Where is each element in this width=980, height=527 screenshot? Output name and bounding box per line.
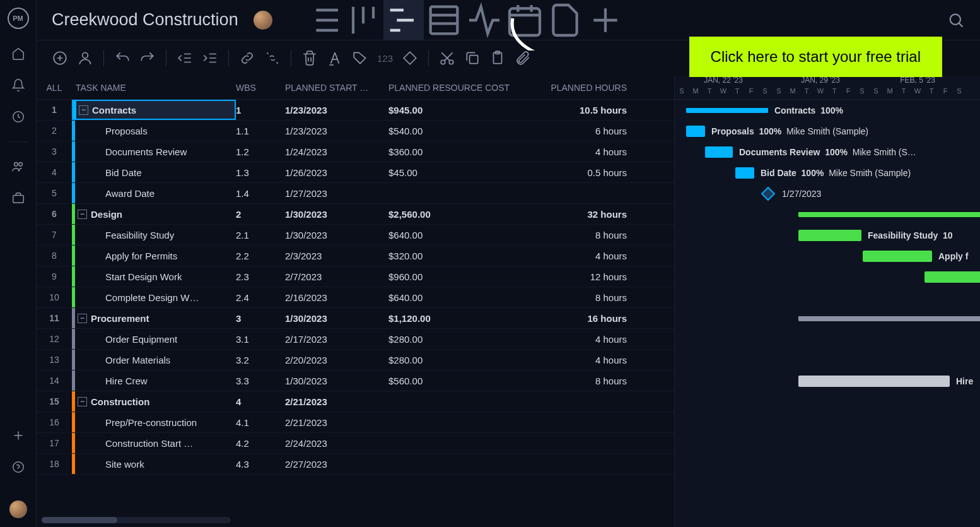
gantt-bar[interactable] [798, 316, 980, 321]
table-row[interactable]: 2 Proposals 1.1 1/23/2023 $540.00 6 hour… [37, 121, 674, 141]
gantt-row[interactable]: 1/27/2023 [675, 183, 980, 204]
gantt-bar[interactable] [925, 271, 980, 283]
gantt-row[interactable]: Proposals 100% Mike Smith (Sample) [675, 121, 980, 141]
tag-icon[interactable] [352, 50, 368, 66]
outdent-icon[interactable] [177, 50, 193, 66]
gantt-bar[interactable] [798, 376, 950, 387]
link-icon[interactable] [239, 50, 255, 66]
table-row[interactable]: 17 Construction Start … 4.2 2/24/2023 [37, 433, 674, 454]
collapse-icon[interactable]: − [79, 105, 88, 115]
task-name: Design [91, 209, 122, 220]
table-row[interactable]: 1 − Contracts 1 1/23/2023 $945.00 10.5 h… [37, 100, 674, 121]
gantt-bar[interactable] [863, 251, 932, 262]
cut-icon[interactable] [439, 50, 455, 66]
svg-rect-5 [430, 6, 457, 33]
help-icon[interactable] [11, 460, 25, 474]
gantt-bar[interactable] [735, 167, 754, 179]
view-board-icon[interactable] [343, 0, 383, 40]
clock-icon[interactable] [11, 110, 25, 124]
undo-icon[interactable] [114, 50, 131, 66]
gantt-row[interactable]: Contracts 100% [675, 100, 980, 121]
redo-icon[interactable] [139, 50, 156, 66]
briefcase-icon[interactable] [11, 191, 25, 205]
home-icon[interactable] [11, 47, 25, 61]
table-row[interactable]: 15 − Construction 4 2/21/2023 [37, 391, 674, 412]
text-icon[interactable] [327, 50, 343, 66]
gantt-row[interactable] [675, 308, 980, 329]
day-label: T [730, 87, 744, 99]
col-cost[interactable]: PLANNED RESOURCE COST [388, 83, 537, 93]
logo[interactable]: PM [8, 8, 29, 29]
number-format[interactable]: 123 [377, 53, 393, 64]
gantt-row[interactable] [675, 454, 980, 475]
gantt-row[interactable] [675, 433, 980, 454]
gantt-row[interactable] [675, 350, 980, 370]
collapse-icon[interactable]: − [78, 210, 87, 219]
project-avatar[interactable] [254, 11, 272, 30]
table-row[interactable]: 6 − Design 2 1/30/2023 $2,560.00 32 hour… [37, 204, 674, 225]
people-icon[interactable] [11, 160, 25, 174]
horizontal-scrollbar[interactable] [42, 517, 231, 523]
gantt-row[interactable] [675, 287, 980, 308]
gantt-label: Apply f [938, 251, 968, 261]
table-row[interactable]: 10 Complete Design W… 2.4 2/16/2023 $640… [37, 287, 674, 308]
table-row[interactable]: 9 Start Design Work 2.3 2/7/2023 $960.00… [37, 266, 674, 287]
table-row[interactable]: 16 Prep/Pre-construction 4.1 2/21/2023 [37, 412, 674, 433]
gantt-row[interactable]: Feasibility Study 10 [675, 225, 980, 246]
col-wbs[interactable]: WBS [236, 83, 285, 93]
gantt-row[interactable] [675, 204, 980, 225]
plus-icon[interactable] [11, 429, 25, 442]
gantt-row[interactable] [675, 391, 980, 412]
table-row[interactable]: 7 Feasibility Study 2.1 1/30/2023 $640.0… [37, 225, 674, 246]
day-label: S [675, 87, 689, 99]
day-label: S [855, 87, 869, 99]
trash-icon[interactable] [301, 50, 318, 66]
table-row[interactable]: 13 Order Materials 3.2 2/20/2023 $280.00… [37, 350, 674, 370]
table-row[interactable]: 12 Order Equipment 3.1 2/17/2023 $280.00… [37, 329, 674, 350]
gantt-row[interactable]: Bid Date 100% Mike Smith (Sample) [675, 162, 980, 183]
table-row[interactable]: 8 Apply for Permits 2.2 2/3/2023 $320.00… [37, 246, 674, 266]
person-icon[interactable] [77, 50, 93, 66]
unlink-icon[interactable] [264, 50, 281, 66]
bell-icon[interactable] [11, 78, 25, 92]
gantt-row[interactable]: Apply f [675, 246, 980, 266]
col-all[interactable]: ALL [37, 83, 72, 93]
task-name: Order Equipment [75, 334, 177, 345]
gantt-row[interactable] [675, 266, 980, 287]
gantt-bar[interactable] [686, 108, 768, 113]
gantt-bar[interactable] [705, 146, 733, 158]
task-name: Site work [75, 459, 144, 470]
table-row[interactable]: 3 Documents Review 1.2 1/24/2023 $360.00… [37, 141, 674, 162]
view-activity-icon[interactable] [464, 0, 505, 40]
col-hours[interactable]: PLANNED HOURS [537, 83, 638, 93]
gantt-bar[interactable] [798, 230, 861, 241]
paste-icon[interactable] [489, 50, 506, 66]
table-row[interactable]: 4 Bid Date 1.3 1/26/2023 $45.00 0.5 hour… [37, 162, 674, 183]
view-gantt-icon[interactable] [383, 0, 424, 40]
collapse-icon[interactable]: − [78, 397, 87, 406]
gantt-row[interactable] [675, 329, 980, 350]
gantt-bar[interactable] [798, 212, 980, 217]
task-name: Hire Crew [75, 376, 148, 386]
col-name[interactable]: TASK NAME [72, 83, 236, 93]
diamond-icon[interactable] [402, 50, 418, 66]
view-list-icon[interactable] [303, 0, 343, 40]
table-row[interactable]: 5 Award Date 1.4 1/27/2023 [37, 183, 674, 204]
copy-icon[interactable] [464, 50, 481, 66]
gantt-row[interactable]: Documents Review 100% Mike Smith (S… [675, 141, 980, 162]
add-circle-icon[interactable] [52, 50, 68, 66]
table-row[interactable]: 18 Site work 4.3 2/27/2023 [37, 454, 674, 475]
user-avatar[interactable] [9, 500, 27, 518]
gantt-row[interactable]: Hire [675, 370, 980, 391]
gantt-row[interactable] [675, 412, 980, 433]
table-row[interactable]: 11 − Procurement 3 1/30/2023 $1,120.00 1… [37, 308, 674, 329]
view-sheet-icon[interactable] [424, 0, 464, 40]
table-row[interactable]: 14 Hire Crew 3.3 1/30/2023 $560.00 8 hou… [37, 370, 674, 391]
col-start[interactable]: PLANNED START … [285, 83, 388, 93]
indent-icon[interactable] [202, 50, 218, 66]
gantt-bar[interactable] [686, 126, 705, 137]
attachment-icon[interactable] [515, 50, 531, 66]
milestone-icon[interactable] [761, 186, 776, 201]
collapse-icon[interactable]: − [78, 314, 87, 323]
cta-button[interactable]: Click here to start your free trial [689, 37, 942, 77]
